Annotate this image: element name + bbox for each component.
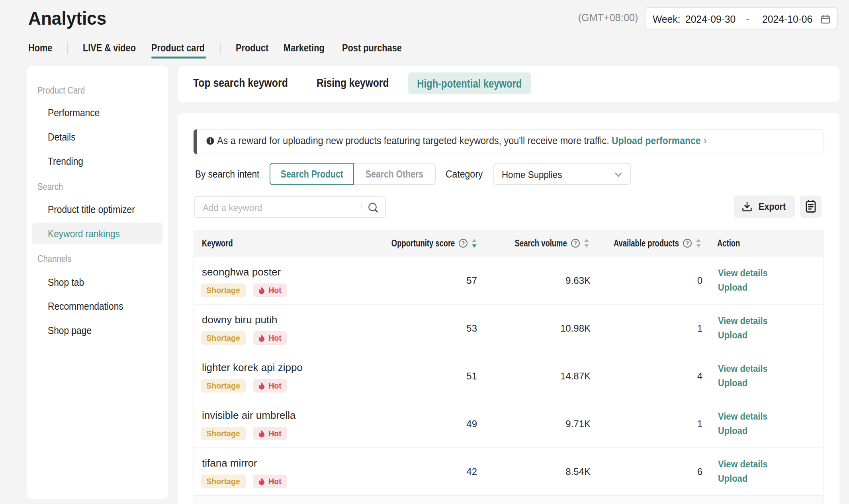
svg-text:?: ? xyxy=(462,240,465,246)
svg-text:?: ? xyxy=(574,240,577,246)
svg-text:?: ? xyxy=(686,240,689,246)
